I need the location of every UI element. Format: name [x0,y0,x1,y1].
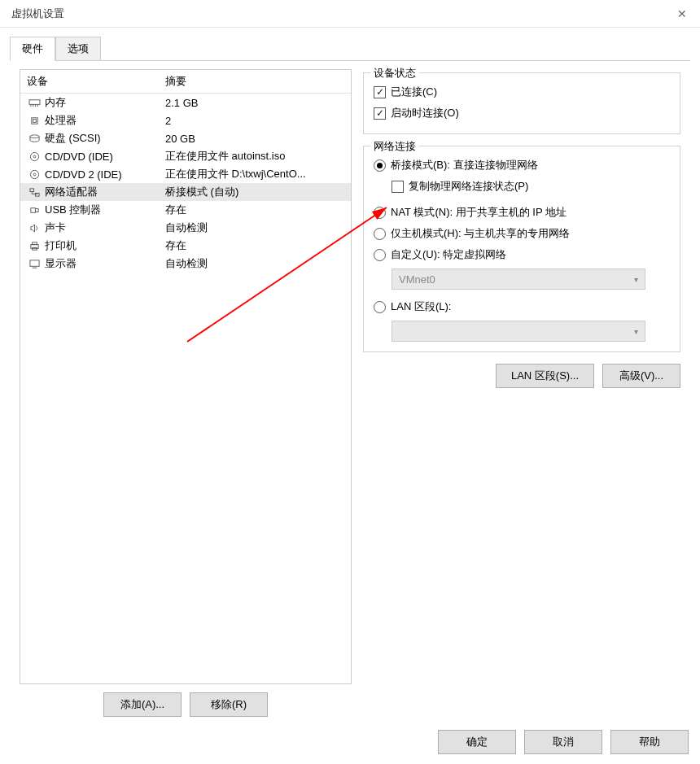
custom-vmnet-value: VMnet0 [399,273,435,286]
device-name: USB 控制器 [45,203,165,217]
help-button[interactable]: 帮助 [610,730,689,754]
right-panel: 设备状态 ✓ 已连接(C) ✓ 启动时连接(O) 网络连接 桥接模式(B): 直… [363,69,680,727]
usb-icon [27,205,42,216]
device-name: 显示器 [45,256,165,271]
device-row[interactable]: USB 控制器存在 [20,201,351,219]
device-row[interactable]: 声卡自动检测 [20,219,351,237]
connect-poweron-checkbox[interactable]: ✓ [374,107,386,120]
device-summary: 桥接模式 (自动) [165,185,344,199]
device-summary: 20 GB [165,133,344,145]
advanced-button[interactable]: 高级(V)... [602,364,680,388]
device-name: CD/DVD 2 (IDE) [45,168,165,181]
svg-rect-15 [35,208,38,212]
col-device-header: 设备 [27,74,165,89]
device-name: 声卡 [45,220,165,235]
svg-point-9 [33,155,36,158]
svg-point-10 [30,170,38,178]
connect-poweron-row[interactable]: ✓ 启动时连接(O) [374,103,670,124]
tab-options[interactable]: 选项 [55,37,101,61]
hostonly-row[interactable]: 仅主机模式(H): 与主机共享的专用网络 [374,223,670,244]
device-name: 硬盘 (SCSI) [45,131,165,146]
custom-row[interactable]: 自定义(U): 特定虚拟网络 [374,244,670,265]
device-row[interactable]: 内存2.1 GB [20,94,351,111]
device-table-header: 设备 摘要 [20,70,351,94]
svg-rect-14 [30,207,35,212]
chevron-down-icon: ▾ [634,275,638,284]
svg-rect-6 [33,119,36,122]
dialog-buttons: 确定 取消 帮助 [438,730,689,754]
tabs: 硬件 选项 [0,28,700,60]
display-icon [27,259,42,269]
nat-radio[interactable] [374,207,386,219]
bridged-row[interactable]: 桥接模式(B): 直接连接物理网络 [374,155,670,176]
device-summary: 正在使用文件 autoinst.iso [165,149,344,164]
lan-row[interactable]: LAN 区段(L): [374,296,670,317]
svg-point-8 [30,152,38,160]
device-name: 处理器 [45,113,165,128]
bridged-radio[interactable] [374,159,386,172]
device-summary: 2.1 GB [165,97,344,109]
custom-vmnet-dropdown[interactable]: VMnet0 ▾ [392,268,645,290]
device-name: CD/DVD (IDE) [45,151,165,163]
connected-row[interactable]: ✓ 已连接(C) [374,81,670,103]
cd-icon [27,169,42,180]
device-name: 网络适配器 [45,185,165,199]
replicate-row[interactable]: 复制物理网络连接状态(P) [392,176,670,197]
nat-row[interactable]: NAT 模式(N): 用于共享主机的 IP 地址 [374,202,670,223]
close-icon[interactable]: ✕ [671,4,693,24]
bridged-label: 桥接模式(B): 直接连接物理网络 [391,158,538,172]
device-name: 内存 [45,95,165,110]
hostonly-radio[interactable] [374,228,386,240]
device-row[interactable]: 硬盘 (SCSI)20 GB [20,129,351,147]
net-icon [27,187,42,198]
connected-label: 已连接(C) [391,85,437,99]
device-actions: 添加(A)... 移除(R) [20,684,352,727]
titlebar: 虚拟机设置 ✕ [0,0,700,28]
custom-radio[interactable] [374,249,386,261]
svg-point-11 [33,173,36,176]
connect-poweron-label: 启动时连接(O) [391,106,459,120]
device-row[interactable]: 网络适配器桥接模式 (自动) [20,183,351,201]
cancel-button[interactable]: 取消 [524,730,602,754]
remove-button[interactable]: 移除(R) [190,692,268,717]
device-row[interactable]: 处理器2 [20,111,351,129]
tab-hardware[interactable]: 硬件 [10,37,55,61]
cd-icon [27,151,42,162]
device-row[interactable]: CD/DVD (IDE)正在使用文件 autoinst.iso [20,147,351,165]
device-summary: 存在 [165,203,344,217]
device-row[interactable]: 显示器自动检测 [20,255,351,273]
lan-segment-dropdown[interactable]: ▾ [392,321,645,342]
window-title: 虚拟机设置 [7,7,64,21]
device-summary: 自动检测 [165,256,344,271]
add-button[interactable]: 添加(A)... [103,692,182,717]
device-status-group: 设备状态 ✓ 已连接(C) ✓ 启动时连接(O) [363,72,680,134]
replicate-checkbox[interactable] [392,181,404,193]
device-name: 打印机 [45,238,165,253]
connected-checkbox[interactable]: ✓ [374,86,386,98]
sound-icon [27,223,42,234]
ok-button[interactable]: 确定 [438,730,516,754]
printer-icon [27,241,42,251]
lan-label: LAN 区段(L): [391,299,451,314]
lan-radio[interactable] [374,301,386,313]
svg-rect-5 [31,117,37,123]
chevron-down-icon: ▾ [634,327,638,336]
replicate-label: 复制物理网络连接状态(P) [409,179,528,194]
svg-rect-0 [29,99,40,104]
device-list-panel: 设备 摘要 内存2.1 GB处理器2硬盘 (SCSI)20 GBCD/DVD (… [20,69,352,684]
lan-segments-button[interactable]: LAN 区段(S)... [496,364,594,388]
device-status-title: 设备状态 [370,66,419,81]
device-list: 内存2.1 GB处理器2硬盘 (SCSI)20 GBCD/DVD (IDE)正在… [20,94,351,683]
svg-rect-12 [29,188,33,191]
memory-icon [27,98,42,108]
device-row[interactable]: 打印机存在 [20,237,351,255]
right-actions: LAN 区段(S)... 高级(V)... [363,364,680,388]
device-summary: 正在使用文件 D:\txwj\CentO... [165,167,344,181]
device-row[interactable]: CD/DVD 2 (IDE)正在使用文件 D:\txwj\CentO... [20,165,351,183]
col-summary-header: 摘要 [165,74,344,89]
content: 设备 摘要 内存2.1 GB处理器2硬盘 (SCSI)20 GBCD/DVD (… [10,60,690,727]
svg-rect-17 [32,242,37,244]
network-connection-group: 网络连接 桥接模式(B): 直接连接物理网络 复制物理网络连接状态(P) NAT… [363,146,680,352]
device-summary: 自动检测 [165,220,344,235]
device-summary: 2 [165,115,344,127]
